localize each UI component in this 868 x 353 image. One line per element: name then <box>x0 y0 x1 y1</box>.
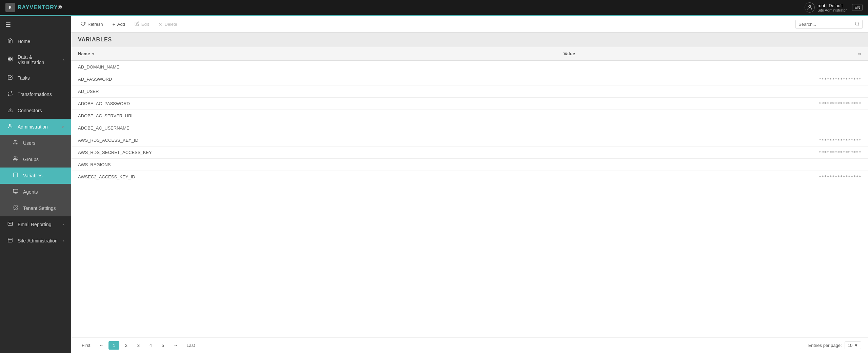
svg-rect-14 <box>8 238 12 242</box>
sidebar-item-data-visualization[interactable]: Data & Visualization ‹ <box>0 50 71 70</box>
search-icon <box>855 21 860 27</box>
svg-rect-1 <box>8 57 10 59</box>
groups-icon <box>12 156 19 163</box>
table-row[interactable]: AD_USER <box>71 85 868 98</box>
row-name-cell: ADOBE_AC_PASSWORD <box>71 98 557 110</box>
svg-point-13 <box>15 207 16 208</box>
table-row[interactable]: ADOBE_AC_PASSWORD **************** <box>71 98 868 110</box>
page-4-button[interactable]: 4 <box>145 341 156 350</box>
variables-table: Name ▼ Value ⇔ AD_DOMAIN <box>71 47 868 183</box>
row-name-cell: AD_PASSWORD <box>71 73 557 85</box>
svg-rect-2 <box>11 57 12 59</box>
table-row[interactable]: AWS_RDS_ACCESS_KEY_ID **************** <box>71 134 868 146</box>
row-value-cell: **************** <box>557 98 868 110</box>
user-avatar <box>805 2 815 13</box>
tenant-settings-label: Tenant Settings <box>23 205 64 211</box>
toolbar: Refresh + Add Edit ✕ Delete <box>71 16 868 33</box>
svg-point-8 <box>14 157 16 158</box>
main-layout: ☰ Home Data & Visualization ‹ Tasks <box>0 16 868 353</box>
site-admin-icon <box>7 237 14 244</box>
site-admin-chevron: ‹ <box>63 238 64 243</box>
sidebar-item-variables[interactable]: Variables <box>0 168 71 184</box>
page-2-button[interactable]: 2 <box>121 341 132 350</box>
sidebar-item-tasks[interactable]: Tasks <box>0 70 71 86</box>
refresh-label: Refresh <box>87 22 103 27</box>
page-1-button[interactable]: 1 <box>108 341 119 350</box>
user-name: root | Default <box>817 3 847 8</box>
table-row[interactable]: AWS_REGIONS <box>71 159 868 171</box>
row-value-cell: **************** <box>557 171 868 183</box>
table-row[interactable]: AD_DOMAIN_NAME <box>71 61 868 73</box>
lang-badge[interactable]: EN <box>852 4 863 11</box>
sort-icon: ▼ <box>91 52 95 56</box>
search-input[interactable] <box>798 22 853 27</box>
table-row[interactable]: AWSEC2_ACCESS_KEY_ID **************** <box>71 171 868 183</box>
transformations-label: Transformations <box>18 92 64 97</box>
administration-icon <box>7 123 14 130</box>
tasks-label: Tasks <box>18 75 64 81</box>
col-value-header[interactable]: Value ⇔ <box>557 47 868 61</box>
row-value-cell: **************** <box>557 134 868 146</box>
logo-area: R RAYVENTORY® <box>5 3 62 12</box>
row-name-cell: AWSEC2_ACCESS_KEY_ID <box>71 171 557 183</box>
first-page-button[interactable]: First <box>78 341 94 350</box>
col-resize-icon[interactable]: ⇔ <box>858 52 861 56</box>
row-name-cell: AWS_RDS_ACCESS_KEY_ID <box>71 134 557 146</box>
entries-select[interactable]: 10 ▼ <box>845 341 861 349</box>
variables-label: Variables <box>23 173 64 178</box>
svg-line-17 <box>858 25 859 26</box>
refresh-button[interactable]: Refresh <box>77 19 107 29</box>
sidebar-item-site-administration[interactable]: Site-Administration ‹ <box>0 233 71 249</box>
agents-icon <box>12 189 19 195</box>
edit-button[interactable]: Edit <box>131 19 153 29</box>
row-name-cell: ADOBE_AC_SERVER_URL <box>71 110 557 122</box>
sidebar-item-groups[interactable]: Groups <box>0 151 71 168</box>
svg-point-6 <box>9 124 11 126</box>
sidebar-item-email-reporting[interactable]: Email Reporting ‹ <box>0 216 71 233</box>
table-row[interactable]: AWS_RDS_SECRET_ACCESS_KEY **************… <box>71 146 868 159</box>
table-row[interactable]: ADOBE_AC_USERNAME <box>71 122 868 134</box>
connectors-icon <box>7 107 14 114</box>
sidebar-toggle[interactable]: ☰ <box>0 16 71 33</box>
delete-button[interactable]: ✕ Delete <box>154 20 181 29</box>
svg-rect-9 <box>14 173 18 177</box>
delete-icon: ✕ <box>158 22 162 27</box>
table-row[interactable]: AD_PASSWORD **************** <box>71 73 868 85</box>
next-page-button[interactable]: → <box>170 341 181 350</box>
sidebar: ☰ Home Data & Visualization ‹ Tasks <box>0 16 71 353</box>
entries-label: Entries per page: <box>808 343 842 348</box>
svg-point-0 <box>809 5 811 7</box>
administration-label: Administration <box>18 124 57 130</box>
variables-icon <box>12 172 19 179</box>
tenant-settings-icon <box>12 205 19 212</box>
sidebar-item-home[interactable]: Home <box>0 33 71 50</box>
add-button[interactable]: + Add <box>108 20 129 29</box>
sidebar-item-transformations[interactable]: Transformations <box>0 86 71 102</box>
email-reporting-label: Email Reporting <box>18 222 59 227</box>
sidebar-item-users[interactable]: Users <box>0 135 71 151</box>
page-5-button[interactable]: 5 <box>157 341 168 350</box>
sidebar-item-administration[interactable]: Administration ∨ <box>0 119 71 135</box>
row-value-cell <box>557 110 868 122</box>
col-name-header[interactable]: Name ▼ <box>71 47 557 61</box>
page-3-button[interactable]: 3 <box>133 341 144 350</box>
row-name-cell: AWS_RDS_SECRET_ACCESS_KEY <box>71 146 557 159</box>
table-body: AD_DOMAIN_NAME AD_PASSWORD *************… <box>71 61 868 183</box>
prev-page-button[interactable]: ← <box>95 341 107 350</box>
administration-chevron: ∨ <box>61 124 64 129</box>
row-value-cell <box>557 122 868 134</box>
data-viz-label: Data & Visualization <box>18 54 59 65</box>
row-name-cell: AD_DOMAIN_NAME <box>71 61 557 73</box>
user-role: Site Administrator <box>817 8 847 12</box>
sidebar-item-tenant-settings[interactable]: Tenant Settings <box>0 200 71 216</box>
svg-rect-3 <box>8 59 10 61</box>
sidebar-item-connectors[interactable]: Connectors <box>0 102 71 119</box>
sidebar-item-agents[interactable]: Agents <box>0 184 71 200</box>
row-value-cell <box>557 85 868 98</box>
edit-icon <box>135 21 139 27</box>
table-row[interactable]: ADOBE_AC_SERVER_URL <box>71 110 868 122</box>
page-title: VARIABLES <box>78 37 861 43</box>
row-name-cell: AD_USER <box>71 85 557 98</box>
content-area: Refresh + Add Edit ✕ Delete <box>71 16 868 353</box>
last-page-button[interactable]: Last <box>183 341 199 350</box>
